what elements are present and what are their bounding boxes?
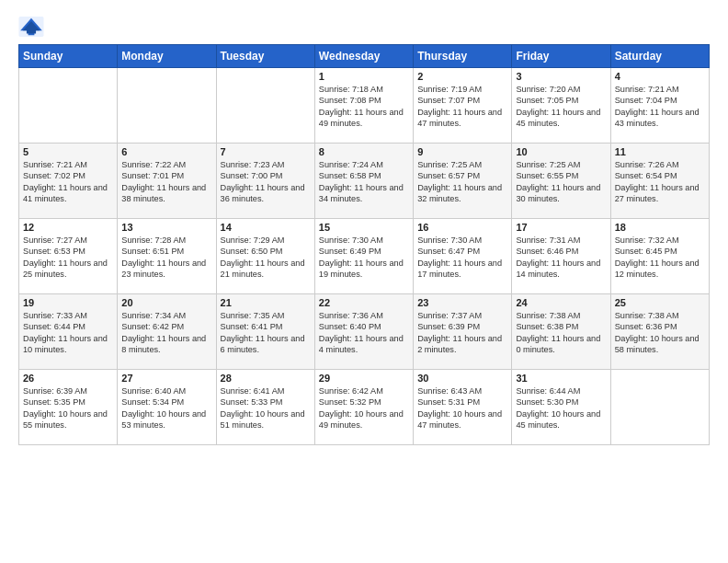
day-number: 16 [417,222,507,233]
day-number: 4 [615,71,705,82]
calendar-cell: 19Sunrise: 7:33 AM Sunset: 6:44 PM Dayli… [19,294,118,370]
day-number: 17 [516,222,606,233]
day-number: 18 [615,222,705,233]
calendar-cell: 20Sunrise: 7:34 AM Sunset: 6:42 PM Dayli… [118,294,216,370]
day-info: Sunrise: 7:23 AM Sunset: 7:00 PM Dayligh… [221,159,311,205]
day-info: Sunrise: 7:38 AM Sunset: 6:38 PM Dayligh… [516,310,606,356]
day-number: 22 [319,297,409,308]
weekday-header-row: SundayMondayTuesdayWednesdayThursdayFrid… [19,45,710,68]
page: SundayMondayTuesdayWednesdayThursdayFrid… [0,0,728,563]
calendar-cell: 1Sunrise: 7:18 AM Sunset: 7:08 PM Daylig… [314,68,413,144]
calendar-cell: 12Sunrise: 7:27 AM Sunset: 6:53 PM Dayli… [19,219,118,294]
calendar-cell: 22Sunrise: 7:36 AM Sunset: 6:40 PM Dayli… [314,294,413,370]
day-number: 2 [417,71,507,82]
day-number: 25 [615,297,705,308]
day-number: 13 [121,222,211,233]
day-number: 1 [319,71,409,82]
day-number: 30 [417,373,507,384]
day-info: Sunrise: 7:27 AM Sunset: 6:53 PM Dayligh… [23,235,113,281]
day-info: Sunrise: 7:38 AM Sunset: 6:36 PM Dayligh… [615,310,705,356]
calendar-cell: 17Sunrise: 7:31 AM Sunset: 6:46 PM Dayli… [512,219,610,294]
day-number: 19 [23,297,113,308]
calendar-week-row: 12Sunrise: 7:27 AM Sunset: 6:53 PM Dayli… [19,219,710,294]
day-number: 31 [516,373,606,384]
calendar-cell: 6Sunrise: 7:22 AM Sunset: 7:01 PM Daylig… [118,144,216,219]
weekday-header-monday: Monday [118,45,216,68]
calendar-cell: 16Sunrise: 7:30 AM Sunset: 6:47 PM Dayli… [414,219,512,294]
calendar-cell [610,370,709,445]
day-number: 20 [121,297,211,308]
calendar-cell [19,68,118,144]
weekday-header-wednesday: Wednesday [314,45,413,68]
day-number: 27 [121,373,211,384]
day-info: Sunrise: 7:21 AM Sunset: 7:04 PM Dayligh… [615,84,705,130]
day-number: 11 [615,146,705,157]
calendar-cell: 10Sunrise: 7:25 AM Sunset: 6:55 PM Dayli… [512,144,610,219]
day-number: 8 [319,146,409,157]
day-info: Sunrise: 7:26 AM Sunset: 6:54 PM Dayligh… [615,159,705,205]
day-number: 7 [221,146,311,157]
day-info: Sunrise: 7:18 AM Sunset: 7:08 PM Dayligh… [319,84,409,130]
weekday-header-saturday: Saturday [610,45,709,68]
day-info: Sunrise: 6:42 AM Sunset: 5:32 PM Dayligh… [319,385,409,431]
day-number: 24 [516,297,606,308]
day-info: Sunrise: 7:19 AM Sunset: 7:07 PM Dayligh… [417,84,507,130]
day-info: Sunrise: 7:29 AM Sunset: 6:50 PM Dayligh… [221,235,311,281]
day-number: 29 [319,373,409,384]
calendar-cell: 29Sunrise: 6:42 AM Sunset: 5:32 PM Dayli… [314,370,413,445]
calendar-table: SundayMondayTuesdayWednesdayThursdayFrid… [18,44,710,445]
day-number: 23 [417,297,507,308]
day-number: 12 [23,222,113,233]
day-info: Sunrise: 7:36 AM Sunset: 6:40 PM Dayligh… [319,310,409,356]
calendar-cell: 5Sunrise: 7:21 AM Sunset: 7:02 PM Daylig… [19,144,118,219]
calendar-cell: 28Sunrise: 6:41 AM Sunset: 5:33 PM Dayli… [216,370,314,445]
day-info: Sunrise: 7:34 AM Sunset: 6:42 PM Dayligh… [121,310,211,356]
day-info: Sunrise: 7:28 AM Sunset: 6:51 PM Dayligh… [121,235,211,281]
calendar-cell: 24Sunrise: 7:38 AM Sunset: 6:38 PM Dayli… [512,294,610,370]
weekday-header-sunday: Sunday [19,45,118,68]
calendar-cell: 15Sunrise: 7:30 AM Sunset: 6:49 PM Dayli… [314,219,413,294]
logo-icon [18,17,44,37]
day-number: 28 [221,373,311,384]
day-number: 14 [221,222,311,233]
calendar-week-row: 19Sunrise: 7:33 AM Sunset: 6:44 PM Dayli… [19,294,710,370]
day-number: 21 [221,297,311,308]
calendar-cell: 26Sunrise: 6:39 AM Sunset: 5:35 PM Dayli… [19,370,118,445]
day-number: 15 [319,222,409,233]
calendar-cell: 31Sunrise: 6:44 AM Sunset: 5:30 PM Dayli… [512,370,610,445]
day-info: Sunrise: 7:30 AM Sunset: 6:47 PM Dayligh… [417,235,507,281]
day-info: Sunrise: 7:25 AM Sunset: 6:57 PM Dayligh… [417,159,507,205]
day-info: Sunrise: 7:31 AM Sunset: 6:46 PM Dayligh… [516,235,606,281]
calendar-cell: 3Sunrise: 7:20 AM Sunset: 7:05 PM Daylig… [512,68,610,144]
calendar-cell: 8Sunrise: 7:24 AM Sunset: 6:58 PM Daylig… [314,144,413,219]
calendar-cell: 27Sunrise: 6:40 AM Sunset: 5:34 PM Dayli… [118,370,216,445]
day-info: Sunrise: 6:39 AM Sunset: 5:35 PM Dayligh… [23,385,113,431]
calendar-cell: 4Sunrise: 7:21 AM Sunset: 7:04 PM Daylig… [610,68,709,144]
day-info: Sunrise: 7:21 AM Sunset: 7:02 PM Dayligh… [23,159,113,205]
day-number: 26 [23,373,113,384]
day-info: Sunrise: 7:20 AM Sunset: 7:05 PM Dayligh… [516,84,606,130]
logo [18,17,48,37]
calendar-cell: 21Sunrise: 7:35 AM Sunset: 6:41 PM Dayli… [216,294,314,370]
day-info: Sunrise: 7:33 AM Sunset: 6:44 PM Dayligh… [23,310,113,356]
calendar-week-row: 1Sunrise: 7:18 AM Sunset: 7:08 PM Daylig… [19,68,710,144]
calendar-cell: 14Sunrise: 7:29 AM Sunset: 6:50 PM Dayli… [216,219,314,294]
calendar-cell [118,68,216,144]
calendar-cell: 9Sunrise: 7:25 AM Sunset: 6:57 PM Daylig… [414,144,512,219]
day-info: Sunrise: 6:44 AM Sunset: 5:30 PM Dayligh… [516,385,606,431]
day-info: Sunrise: 7:37 AM Sunset: 6:39 PM Dayligh… [417,310,507,356]
day-info: Sunrise: 6:41 AM Sunset: 5:33 PM Dayligh… [221,385,311,431]
day-info: Sunrise: 7:24 AM Sunset: 6:58 PM Dayligh… [319,159,409,205]
calendar-cell: 30Sunrise: 6:43 AM Sunset: 5:31 PM Dayli… [414,370,512,445]
day-info: Sunrise: 7:35 AM Sunset: 6:41 PM Dayligh… [221,310,311,356]
calendar-cell: 13Sunrise: 7:28 AM Sunset: 6:51 PM Dayli… [118,219,216,294]
day-info: Sunrise: 7:22 AM Sunset: 7:01 PM Dayligh… [121,159,211,205]
calendar-cell: 23Sunrise: 7:37 AM Sunset: 6:39 PM Dayli… [414,294,512,370]
weekday-header-friday: Friday [512,45,610,68]
day-info: Sunrise: 7:25 AM Sunset: 6:55 PM Dayligh… [516,159,606,205]
weekday-header-tuesday: Tuesday [216,45,314,68]
day-number: 6 [121,146,211,157]
calendar-cell: 18Sunrise: 7:32 AM Sunset: 6:45 PM Dayli… [610,219,709,294]
calendar-cell [216,68,314,144]
day-info: Sunrise: 6:43 AM Sunset: 5:31 PM Dayligh… [417,385,507,431]
